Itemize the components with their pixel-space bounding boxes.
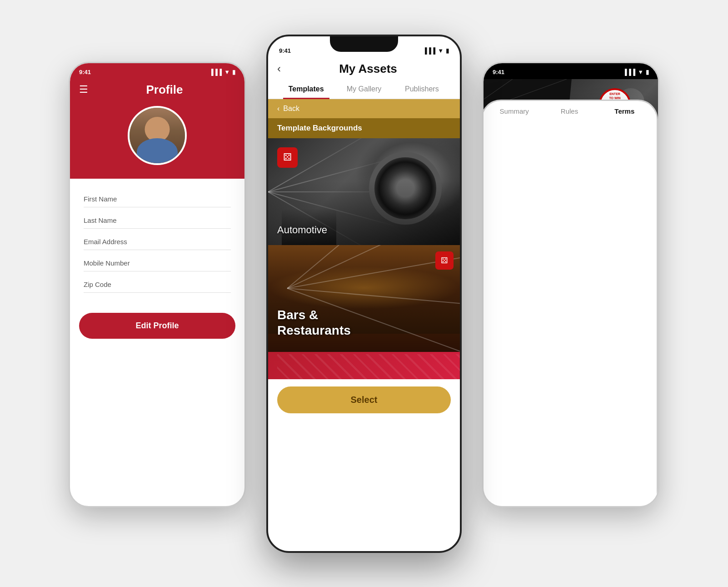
email-label: Email Address (84, 238, 127, 246)
center-time: 9:41 (279, 47, 291, 54)
left-phone: 9:41 ▐▐▐ ▼ ▮ ☰ Profile First Name Last N… (69, 62, 246, 507)
tab-summary[interactable]: Summary (487, 101, 542, 507)
left-battery-icon: ▮ (232, 69, 235, 75)
automotive-label: Automotive (277, 224, 327, 236)
left-wifi-icon: ▼ (224, 69, 230, 75)
tab-rules[interactable]: Rules (542, 101, 597, 507)
avatar (128, 106, 187, 165)
partial-card (268, 352, 460, 379)
avatar-section (70, 106, 244, 179)
last-name-label: Last Name (84, 216, 117, 224)
back-button[interactable]: ‹ (277, 62, 281, 75)
hamburger-icon[interactable]: ☰ (79, 84, 88, 95)
bars-label: Bars &Restaurants (277, 307, 351, 338)
back-bar-icon: ‹ (277, 105, 279, 113)
select-button[interactable]: Select (277, 386, 451, 413)
avatar-silhouette (130, 108, 185, 163)
tab-my-gallery[interactable]: My Gallery (335, 80, 393, 99)
tab-terms[interactable]: Terms (597, 101, 652, 507)
tire-visual (369, 152, 442, 225)
email-field[interactable]: Email Address (84, 231, 231, 250)
left-time: 9:41 (79, 69, 91, 75)
center-signal-icon: ▐▐▐ (423, 47, 435, 54)
right-status-bar: 9:41 ▐▐▐ ▼ ▮ (484, 63, 658, 79)
center-phone: 9:41 ▐▐▐ ▼ ▮ ‹ My Assets Templates My Ga… (266, 35, 462, 553)
zip-field[interactable]: Zip Code (84, 273, 231, 293)
left-status-bar: 9:41 ▐▐▐ ▼ ▮ (70, 63, 244, 78)
nav-bar: ‹ My Assets (268, 59, 460, 80)
right-signal-icon: ▐▐▐ (623, 69, 635, 75)
edit-profile-button[interactable]: Edit Profile (79, 313, 235, 339)
right-phone: 9:41 ▐▐▐ ▼ ▮ ENTERTO WINENTE (482, 62, 659, 507)
first-name-field[interactable]: First Name (84, 188, 231, 207)
center-status-icons: ▐▐▐ ▼ ▮ (423, 47, 449, 54)
center-wifi-icon: ▼ (438, 47, 444, 54)
right-wifi-icon: ▼ (638, 69, 643, 75)
bars-card[interactable]: ⚄ Bars &Restaurants (268, 245, 460, 352)
first-name-label: First Name (84, 195, 117, 203)
center-title: My Assets (285, 62, 451, 76)
automotive-card[interactable]: ⚄ Automotive (268, 138, 460, 245)
center-tabs: Templates My Gallery Publishers (268, 80, 460, 99)
center-battery-icon: ▮ (446, 47, 449, 54)
tab-templates[interactable]: Templates (277, 80, 335, 99)
right-tabs: Summary Rules Terms (482, 100, 658, 507)
left-signal-icon: ▐▐▐ (209, 69, 222, 75)
section-header-label: Template Backgrounds (277, 124, 362, 132)
zip-label: Zip Code (84, 281, 111, 288)
right-time: 9:41 (493, 69, 504, 75)
mobile-label: Mobile Number (84, 259, 130, 267)
mobile-field[interactable]: Mobile Number (84, 252, 231, 271)
last-name-field[interactable]: Last Name (84, 209, 231, 229)
left-status-icons: ▐▐▐ ▼ ▮ (209, 69, 235, 75)
profile-title: Profile (94, 83, 235, 97)
dice-icon: ⚄ (277, 147, 298, 168)
section-header: Template Backgrounds (268, 118, 460, 138)
form-section: First Name Last Name Email Address Mobil… (70, 179, 244, 304)
scene: 9:41 ▐▐▐ ▼ ▮ ☰ Profile First Name Last N… (69, 25, 659, 562)
right-battery-icon: ▮ (646, 69, 649, 75)
notch (330, 36, 398, 52)
tab-publishers[interactable]: Publishers (393, 80, 451, 99)
back-bar-label: Back (283, 105, 299, 113)
back-bar[interactable]: ‹ Back (268, 99, 460, 118)
right-status-icons: ▐▐▐ ▼ ▮ (623, 69, 649, 75)
left-header: ☰ Profile (70, 78, 244, 106)
bars-dice-icon: ⚄ (435, 251, 454, 270)
